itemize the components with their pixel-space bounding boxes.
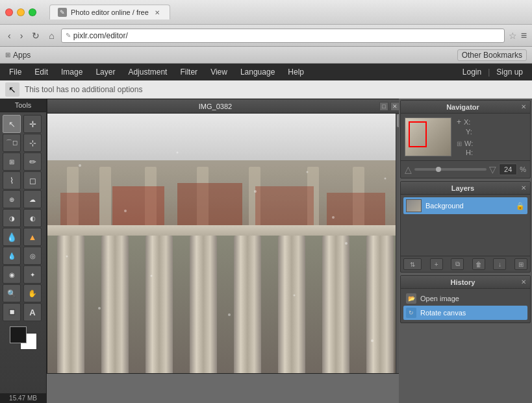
url-bar[interactable]: ✎ pixlr.com/editor/ (61, 29, 505, 43)
browser-tab[interactable]: ✎ Photo editor online / free ✕ (49, 5, 170, 19)
bookmark-star-button[interactable]: ☆ (509, 31, 517, 41)
reload-button[interactable]: ↻ (29, 29, 42, 42)
other-bookmarks-button[interactable]: Other Bookmarks (457, 49, 527, 61)
tool-dropper[interactable]: 💧 (3, 247, 21, 265)
layers-tool-flatten[interactable]: ⊞ (514, 258, 527, 270)
layers-tool-add-layer[interactable]: + (430, 258, 443, 270)
workspace: Tools ↖ ✛ ⌒◻ ⊹ ⊞ ✏ ⌇ ◻ ⊕ ☁ ◑ ◐ 💧 ▲ 💧 ◎ ◉… (0, 99, 532, 403)
forward-button[interactable]: › (18, 29, 26, 42)
svg-rect-8 (60, 193, 99, 225)
layers-titlebar: Layers ✕ (401, 182, 530, 195)
history-rotate-text: Rotate canvas (420, 309, 466, 317)
canvas-scrollbar-v[interactable] (396, 114, 399, 373)
tool-zoom[interactable]: 🔍 (3, 284, 21, 302)
tool-clone[interactable]: ⊕ (3, 190, 21, 208)
column-5 (234, 236, 261, 373)
tool-magic-wand[interactable]: ⊹ (23, 134, 42, 152)
column-7 (322, 236, 349, 373)
file-size-status: 15.47 MB (0, 393, 46, 403)
history-close-button[interactable]: ✕ (521, 278, 526, 286)
scrollbar-thumb[interactable] (397, 114, 399, 127)
tool-red-eye[interactable]: ◎ (23, 247, 42, 265)
zoom-slider[interactable] (414, 168, 487, 171)
color-boxes[interactable] (10, 326, 37, 350)
tool-gradient[interactable]: ▲ (23, 228, 42, 246)
history-content: 📂 Open image ↻ Rotate canvas (401, 289, 530, 323)
minimize-traffic-light[interactable] (17, 8, 25, 16)
column-4 (190, 236, 217, 373)
image-canvas (47, 114, 399, 373)
image-window-minimize[interactable]: □ (379, 102, 388, 111)
nav-y-row: Y: (457, 128, 475, 136)
menu-filter[interactable]: Filter (173, 66, 204, 79)
nav-w-label: W: (464, 140, 473, 147)
zoom-slider-thumb[interactable] (436, 167, 441, 172)
tool-paint-bucket[interactable]: 💧 (3, 228, 21, 246)
layers-tool-delete[interactable]: 🗑 (472, 258, 485, 270)
apps-grid-icon: ⊞ (5, 51, 10, 58)
navigator-content: + X: Y: ⊞ W: H: (401, 114, 530, 160)
tool-smudge[interactable]: ☁ (23, 190, 42, 208)
menu-language[interactable]: Language (234, 66, 281, 79)
history-open-icon: 📂 (406, 293, 416, 304)
current-tool-icon: ↖ (5, 82, 19, 97)
zoom-in-icon[interactable]: ▽ (489, 164, 496, 175)
menu-file[interactable]: File (3, 66, 28, 79)
history-item-rotate[interactable]: ↻ Rotate canvas (403, 306, 527, 320)
layers-tool-merge[interactable]: ↓ (493, 258, 506, 270)
tool-pan[interactable]: ✋ (23, 284, 42, 302)
tool-lasso[interactable]: ⌒◻ (3, 134, 21, 152)
tool-text[interactable]: A (23, 303, 42, 321)
color-selector (0, 324, 46, 352)
column-8 (366, 236, 394, 373)
canvas-area[interactable]: IMG_0382 □ ✕ (47, 99, 399, 403)
menu-help[interactable]: Help (281, 66, 310, 79)
layer-name: Background (425, 202, 512, 210)
navigator-thumbnail (405, 117, 451, 156)
tool-move[interactable]: ↖ (3, 115, 21, 133)
tool-brush[interactable]: ⌇ (3, 171, 21, 189)
tool-crop[interactable]: ⊞ (3, 153, 21, 171)
zoom-value-input[interactable]: 24 (499, 164, 517, 175)
menu-signup[interactable]: Sign up (490, 66, 529, 79)
home-button[interactable]: ⌂ (46, 29, 57, 42)
image-window-close[interactable]: ✕ (390, 102, 399, 111)
menu-edit[interactable]: Edit (28, 66, 55, 79)
navigator-titlebar: Navigator ✕ (401, 101, 530, 114)
nav-crosshair-icon: + (457, 117, 461, 127)
history-item-open[interactable]: 📂 Open image (403, 291, 527, 306)
tool-sharpen[interactable]: ✦ (23, 265, 42, 284)
layers-tool-copy[interactable]: ⧉ (451, 258, 464, 270)
layer-row-background[interactable]: Background 🔒 (403, 197, 527, 214)
tab-close-button[interactable]: ✕ (153, 8, 162, 17)
history-title: History (405, 278, 521, 286)
column-2 (101, 236, 129, 373)
tool-dodge[interactable]: ◑ (3, 209, 21, 227)
image-window-controls: □ ✕ (379, 102, 399, 111)
tool-burn[interactable]: ◐ (23, 209, 42, 227)
foreground-color-box[interactable] (10, 326, 27, 343)
menu-view[interactable]: View (204, 66, 234, 79)
close-traffic-light[interactable] (5, 8, 13, 16)
tool-selection[interactable]: ✛ (23, 115, 42, 133)
layers-close-button[interactable]: ✕ (521, 184, 526, 191)
navigator-close-button[interactable]: ✕ (521, 103, 526, 110)
zoom-out-icon[interactable]: △ (405, 164, 412, 175)
layers-tool-arrow-up-down[interactable]: ⇅ (403, 258, 422, 270)
tool-stamp[interactable]: 🔲 (3, 303, 21, 321)
svg-rect-9 (112, 186, 164, 225)
tool-eraser[interactable]: ◻ (23, 171, 42, 189)
app-menubar: File Edit Image Layer Adjustment Filter … (0, 64, 532, 80)
menu-image[interactable]: Image (55, 66, 89, 79)
apps-bookmark[interactable]: ⊞ Apps (5, 51, 31, 60)
tool-options-text: This tool has no additional options (25, 85, 142, 94)
menu-adjustment[interactable]: Adjustment (121, 66, 173, 79)
apps-label: Apps (13, 51, 31, 60)
back-button[interactable]: ‹ (5, 29, 14, 42)
browser-menu-button[interactable]: ≡ (521, 30, 527, 42)
tool-pencil[interactable]: ✏ (23, 153, 42, 171)
menu-layer[interactable]: Layer (89, 66, 121, 79)
maximize-traffic-light[interactable] (29, 8, 36, 16)
menu-login[interactable]: Login (456, 66, 488, 79)
tool-blur[interactable]: ◉ (3, 265, 21, 284)
